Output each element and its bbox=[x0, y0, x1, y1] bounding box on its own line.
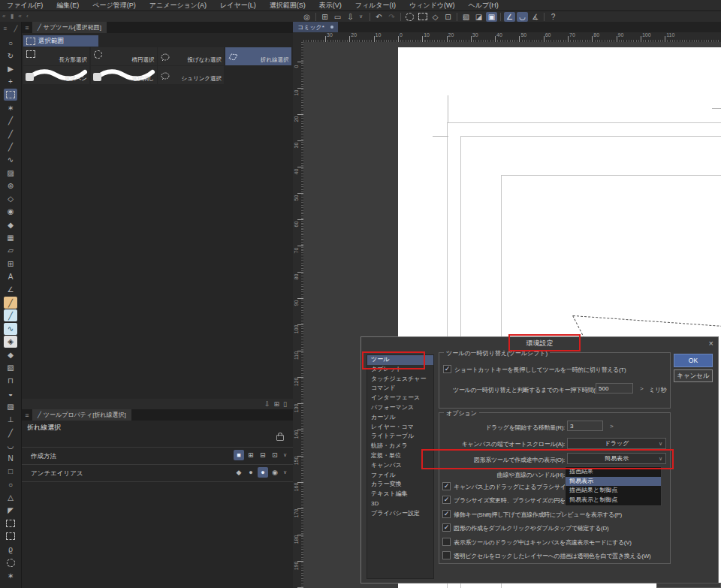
ok-button[interactable]: OK bbox=[674, 354, 713, 367]
circle-select-tool-icon[interactable] bbox=[4, 556, 17, 568]
canvas-tab-comic[interactable]: コミック* bbox=[293, 22, 338, 32]
open-file-icon[interactable]: ▭ bbox=[332, 12, 343, 22]
transparent-view-icon[interactable]: ◪ bbox=[473, 12, 484, 22]
pref-category-item[interactable]: 定規・単位 bbox=[367, 451, 433, 461]
save-icon[interactable]: ⇩ bbox=[345, 12, 356, 22]
pref-category-item[interactable]: パフォーマンス bbox=[367, 403, 433, 413]
subtool-item[interactable]: 選択ペン bbox=[23, 66, 89, 84]
pref-category-item[interactable]: ファイル bbox=[367, 471, 433, 481]
pref-category-item[interactable]: タッチジェスチャー bbox=[367, 375, 433, 384]
polyline-tool-icon[interactable]: N bbox=[4, 453, 17, 465]
dropdown-option[interactable]: 簡易表示と制御点 bbox=[566, 496, 661, 505]
option-checkbox[interactable] bbox=[442, 538, 451, 546]
ruler-tool-icon[interactable]: ∠ bbox=[4, 284, 17, 296]
option-checkbox[interactable]: ✓ bbox=[442, 510, 451, 518]
invert-selection-icon[interactable]: ◇ bbox=[430, 12, 441, 22]
move-tool-icon[interactable]: + bbox=[4, 76, 17, 88]
dropdown-option[interactable]: 簡易表示 bbox=[566, 477, 661, 487]
delete-subtool-icon[interactable]: ▯ bbox=[283, 400, 287, 408]
blend-tool-icon[interactable]: ◉ bbox=[4, 206, 17, 218]
stream-line-tool-icon[interactable]: ∿ bbox=[4, 323, 17, 335]
aa-none-icon[interactable]: ◆ bbox=[234, 467, 244, 478]
panel-menu-icon[interactable]: ≡ bbox=[4, 26, 8, 32]
add-selection-icon[interactable]: ⊞ bbox=[246, 450, 256, 460]
rectangle-tool-icon[interactable]: □ bbox=[4, 466, 17, 478]
autoscroll-select[interactable]: ドラッグ ∨ bbox=[567, 438, 666, 449]
pref-category-item[interactable]: カーソル bbox=[367, 413, 433, 423]
option-checkbox[interactable] bbox=[442, 551, 451, 559]
aa-weak-icon[interactable]: ● bbox=[246, 467, 256, 478]
shortcut-hold-checkbox[interactable]: ✓ bbox=[443, 365, 451, 373]
eraser-tool-icon[interactable]: ◇ bbox=[4, 193, 17, 205]
duplicate-subtool-icon[interactable]: ⊞ bbox=[274, 400, 280, 408]
menu-item-5[interactable]: レイヤー(L) bbox=[213, 0, 263, 11]
curve-tool-icon[interactable]: ◡ bbox=[4, 439, 17, 451]
subtool-item[interactable]: 選択消し bbox=[91, 66, 157, 84]
snap-special-ruler-icon[interactable]: ◡ bbox=[517, 12, 528, 22]
spray-tool-icon[interactable]: ▨ bbox=[4, 400, 17, 412]
figure-tool-icon[interactable]: ▱ bbox=[4, 245, 17, 257]
chevron-down-icon[interactable]: ∨ bbox=[283, 452, 287, 458]
aa-strong-icon[interactable]: ◉ bbox=[270, 467, 280, 478]
panel-menu-icon[interactable]: ≡ bbox=[22, 412, 32, 419]
pref-category-item[interactable]: レイヤー・コマ bbox=[367, 423, 433, 433]
snap-ruler-icon[interactable]: ∠ bbox=[504, 12, 515, 22]
lock-icon[interactable] bbox=[276, 435, 284, 441]
subtool-item[interactable]: 長方形選択 bbox=[23, 47, 89, 65]
airbrush-tool-icon[interactable]: ▨ bbox=[4, 167, 17, 179]
select-all-icon[interactable] bbox=[417, 12, 428, 22]
dropdown-option[interactable]: 描画結果と制御点 bbox=[566, 486, 661, 496]
option-checkbox[interactable]: ✓ bbox=[442, 523, 451, 532]
gradient-fg-tool-icon[interactable]: ▧ bbox=[4, 362, 17, 374]
save-dropdown-arrow-icon[interactable]: ∨ bbox=[355, 12, 367, 22]
balloon-tool-icon[interactable]: ◒ bbox=[4, 387, 17, 400]
save-subtool-icon[interactable]: ⇩ bbox=[264, 400, 270, 408]
fill-tool-icon[interactable]: ◆ bbox=[4, 219, 17, 231]
multiply-selection-icon[interactable]: ⊡ bbox=[270, 450, 280, 460]
pencil-tool-icon[interactable]: ╱ bbox=[4, 140, 17, 152]
menu-item-1[interactable]: ファイル(F) bbox=[0, 0, 50, 11]
zoom-tool-icon[interactable]: ○ bbox=[4, 37, 17, 49]
rect-select-tool-icon[interactable] bbox=[4, 517, 17, 529]
new-page-icon[interactable]: ⊞ bbox=[319, 12, 330, 22]
fill-close-tool-icon[interactable]: ◆ bbox=[4, 348, 17, 360]
pref-category-item[interactable]: ライトテーブル bbox=[367, 432, 433, 442]
pref-category-item[interactable]: インターフェース bbox=[367, 394, 433, 403]
snap-grid-icon[interactable]: ∡ bbox=[529, 12, 541, 22]
subtract-selection-icon[interactable]: ⊟ bbox=[258, 450, 268, 460]
grid-view-icon[interactable]: ▣ bbox=[486, 12, 497, 22]
menu-item-2[interactable]: 編集(E) bbox=[50, 0, 86, 11]
frame-cut-tool-icon[interactable]: ⊓ bbox=[4, 375, 17, 387]
tool-property-tab[interactable]: ╱ ツールプロパティ[折れ線選択] bbox=[32, 409, 132, 421]
menu-item-9[interactable]: ウィンドウ(W) bbox=[403, 0, 462, 11]
eraser-soft-tool-icon[interactable]: ◈ bbox=[4, 336, 17, 348]
eyedropper-tool-icon[interactable]: ╱ bbox=[4, 115, 17, 127]
spinner-arrow-icon[interactable]: > bbox=[640, 385, 644, 392]
menu-item-6[interactable]: 選択範囲(S) bbox=[263, 0, 312, 11]
subtool-tab[interactable]: ╱ サブツール[選択範囲] bbox=[32, 22, 107, 33]
dropdown-option[interactable]: 描画結果 bbox=[566, 467, 661, 477]
key-press-time-input[interactable]: 500 bbox=[596, 383, 633, 394]
workspace-collapse-controls[interactable]: « ▮ « ‹ bbox=[2, 11, 30, 22]
auto-select-tool-icon[interactable]: ∗ bbox=[4, 102, 17, 114]
stamp-tool-icon[interactable]: ⊥ bbox=[4, 414, 17, 426]
figure-display-select[interactable]: 簡易表示 ∨ bbox=[567, 453, 666, 464]
create-new-selection-icon[interactable]: ■ bbox=[234, 450, 244, 460]
cancel-button[interactable]: キャンセル bbox=[674, 369, 713, 382]
rotate-canvas-tool-icon[interactable]: ↻ bbox=[4, 50, 17, 62]
menu-item-8[interactable]: フィルター(I) bbox=[348, 0, 403, 11]
option-checkbox[interactable]: ✓ bbox=[442, 482, 451, 490]
selection-border-icon[interactable]: ▧ bbox=[460, 12, 472, 22]
gradient-tool-icon[interactable]: ▦ bbox=[4, 232, 17, 244]
chevron-down-icon[interactable]: ∨ bbox=[283, 469, 287, 475]
pref-category-item[interactable]: タブレット bbox=[367, 365, 433, 375]
pref-category-item[interactable]: 軌跡・カメラ bbox=[367, 442, 433, 451]
straight-line-tool-icon[interactable]: ╱ bbox=[4, 427, 17, 439]
wand-select-tool-icon[interactable]: ∗ bbox=[4, 569, 17, 581]
pref-category-item[interactable]: ツール bbox=[367, 355, 433, 365]
menu-item-10[interactable]: ヘルプ(H) bbox=[462, 0, 505, 11]
polygon-tool-icon[interactable]: △ bbox=[4, 492, 17, 504]
subtool-item[interactable]: シュリンク選択 bbox=[158, 66, 224, 84]
subtool-item[interactable]: 楕円選択 bbox=[91, 47, 157, 65]
pref-category-item[interactable]: コマンド bbox=[367, 384, 433, 394]
